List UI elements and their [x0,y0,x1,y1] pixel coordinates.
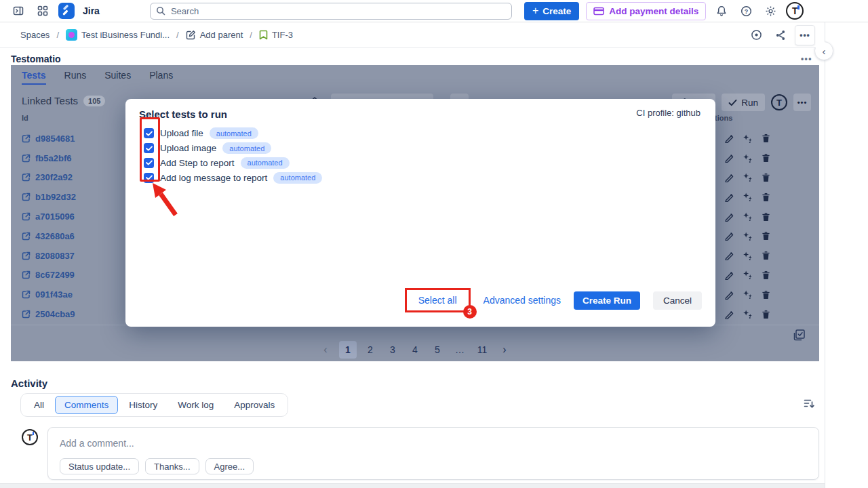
pagination-page-2[interactable]: 2 [361,341,379,359]
delete-trash-icon[interactable] [762,134,770,143]
checkbox-checked[interactable] [144,143,154,153]
pagination-page-4[interactable]: 4 [406,341,424,359]
delete-trash-icon[interactable] [762,231,770,241]
ai-sparkles-icon[interactable] [743,153,753,163]
ai-sparkles-icon[interactable] [743,289,753,300]
more-options-icon[interactable]: ••• [795,25,815,45]
delete-trash-icon[interactable] [762,153,770,163]
breadcrumb-add-parent[interactable]: Add parent [186,30,243,40]
tab-runs[interactable]: Runs [64,70,87,85]
test-option-row[interactable]: Add log message to report automated [139,170,702,185]
test-option-row[interactable]: Add Step to report automated [139,156,702,171]
delete-trash-icon[interactable] [762,212,770,222]
ai-sparkles-icon[interactable] [743,251,753,261]
advanced-settings-link[interactable]: Advanced settings [484,295,561,306]
edit-pencil-icon[interactable] [724,192,734,202]
share-icon[interactable] [770,25,791,45]
pagination-page-1[interactable]: 1 [339,341,357,359]
watch-eye-icon[interactable] [746,25,766,45]
ai-sparkles-icon[interactable] [743,270,753,280]
notifications-bell-icon[interactable] [713,2,730,20]
test-option-row[interactable]: Upload file automated [139,126,702,141]
edit-pencil-icon[interactable] [724,290,734,300]
edit-pencil-icon[interactable] [724,153,734,163]
pagination-page-3[interactable]: 3 [384,341,401,359]
delete-trash-icon[interactable] [762,173,770,182]
tab-work-log[interactable]: Work log [168,396,223,414]
pagination-page-11[interactable]: 11 [473,341,491,359]
breadcrumb-spaces[interactable]: Spaces [20,30,50,40]
pagination-page-5[interactable]: 5 [429,341,446,359]
comment-box[interactable]: Add a comment... Status update... Thanks… [47,427,819,480]
test-id-link[interactable]: 2504cba9 [22,309,75,319]
create-button[interactable]: + Create [524,2,579,20]
bulk-select-icon[interactable] [793,329,806,342]
quick-reply-button[interactable]: Status update... [60,458,139,474]
test-id-link[interactable]: 091f43ae [22,289,73,300]
checkbox-checked[interactable] [144,173,154,183]
pagination-prev-icon[interactable]: ‹ [317,341,334,359]
delete-trash-icon[interactable] [762,290,770,300]
run-button[interactable]: Run [722,94,765,111]
edit-pencil-icon[interactable] [724,251,734,260]
test-id-link[interactable]: 432680a6 [22,231,75,241]
bottom-scrollbar-track[interactable] [0,483,868,488]
tab-tests[interactable]: Tests [22,70,46,85]
ai-sparkles-icon[interactable] [743,309,753,319]
delete-trash-icon[interactable] [762,310,770,319]
edit-pencil-icon[interactable] [724,231,734,241]
test-id-link[interactable]: 82080837 [22,251,75,261]
pagination-next-icon[interactable]: › [496,341,513,359]
checkbox-checked[interactable] [144,128,154,138]
quick-reply-button[interactable]: Thanks... [145,458,199,474]
delete-trash-icon[interactable] [762,251,770,260]
test-id-link[interactable]: b1b92d32 [22,192,76,202]
test-id-link[interactable]: a7015096 [22,211,75,222]
tab-approvals[interactable]: Approvals [224,396,284,414]
search-input[interactable] [150,3,512,20]
cancel-button[interactable]: Cancel [653,291,702,310]
panel-more-icon[interactable]: ••• [793,94,811,111]
comment-input[interactable]: Add a comment... [60,438,807,449]
test-id-link[interactable]: 230f2a92 [22,172,73,182]
jira-logo[interactable] [58,3,75,19]
tab-history[interactable]: History [119,396,167,414]
delete-trash-icon[interactable] [762,192,770,202]
edit-pencil-icon[interactable] [724,134,734,143]
delete-trash-icon[interactable] [762,270,770,280]
activity-sort-icon[interactable] [804,399,815,409]
edit-pencil-icon[interactable] [724,310,734,319]
breadcrumb-page[interactable]: TIF-3 [259,30,293,40]
ai-sparkles-icon[interactable] [743,211,753,222]
ai-sparkles-icon[interactable] [743,172,753,182]
tab-plans[interactable]: Plans [149,70,173,85]
sidebar-toggle-icon[interactable] [9,2,27,20]
test-id-link[interactable]: d9854681 [22,134,75,144]
annotation-step-badge: 3 [463,305,477,319]
ai-sparkles-icon[interactable] [743,192,753,202]
test-id-link[interactable]: fb5a2bf6 [22,153,71,163]
edit-pencil-icon[interactable] [724,173,734,182]
settings-gear-icon[interactable] [762,2,779,20]
test-option-row[interactable]: Upload image automated [139,141,702,156]
user-avatar[interactable]: T [786,2,804,20]
select-all-link[interactable]: Select all [418,295,457,306]
checkbox-checked[interactable] [144,158,154,168]
edit-pencil-icon [186,30,196,40]
section-more-icon[interactable]: ••• [801,54,812,64]
testomatio-logo[interactable]: T [771,94,787,110]
edit-pencil-icon[interactable] [724,212,734,222]
tab-all[interactable]: All [24,396,54,414]
add-payment-details-button[interactable]: Add payment details [586,2,706,20]
create-run-button[interactable]: Create Run [574,291,640,310]
test-id-link[interactable]: 8c672499 [22,270,75,280]
edit-pencil-icon[interactable] [724,270,734,280]
app-switcher-icon[interactable] [34,2,52,20]
ai-sparkles-icon[interactable] [743,231,753,241]
tab-suites[interactable]: Suites [104,70,131,85]
quick-reply-button[interactable]: Agree... [205,458,254,474]
tab-comments[interactable]: Comments [55,396,118,414]
ai-sparkles-icon[interactable] [743,134,753,144]
breadcrumb-space[interactable]: Test iBusiness Fundi... [66,29,170,41]
help-icon[interactable]: ? [737,2,755,20]
